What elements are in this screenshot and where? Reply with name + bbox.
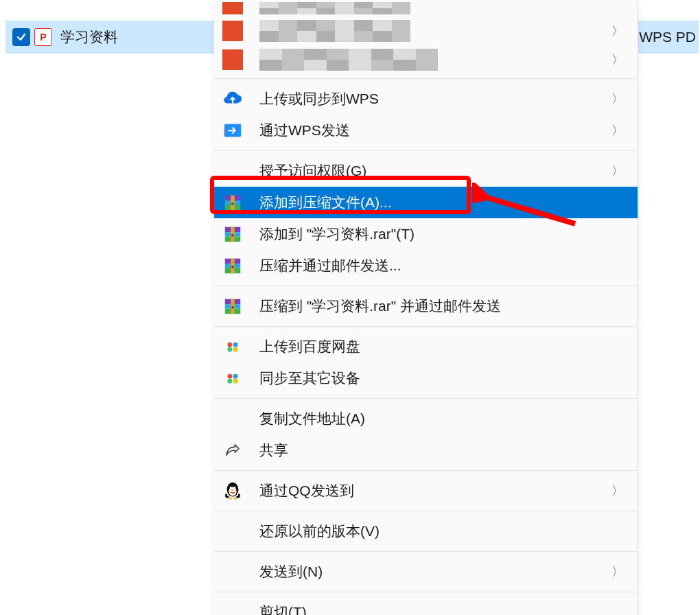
svg-point-22	[233, 343, 238, 347]
svg-point-23	[227, 347, 232, 352]
menu-item-label: 通过WPS发送	[259, 121, 611, 140]
separator	[214, 326, 638, 327]
svg-point-21	[227, 343, 232, 347]
menu-item-qq-send[interactable]: 通过QQ发送到〉	[214, 475, 638, 507]
chevron-right-icon: 〉	[611, 51, 624, 68]
svg-point-24	[233, 347, 238, 352]
blurred-menu-item[interactable]	[214, 0, 638, 16]
winrar-icon	[222, 224, 243, 244]
svg-point-28	[233, 379, 238, 384]
arrow-folder-icon	[222, 120, 243, 141]
menu-item-baidu-sync[interactable]: 同步至其它设备	[214, 362, 638, 394]
svg-point-10	[231, 234, 234, 237]
baidu-icon	[222, 336, 243, 357]
svg-point-35	[233, 498, 237, 500]
svg-point-20	[231, 306, 234, 309]
context-menu: 〉 〉 上传或同步到WPS〉通过WPS发送〉授予访问权限(G)〉添加到压缩文件(…	[214, 0, 638, 615]
chevron-right-icon: 〉	[611, 122, 624, 139]
svg-point-33	[231, 489, 235, 491]
share-icon	[222, 440, 243, 461]
chevron-right-icon: 〉	[611, 91, 624, 107]
no-icon	[222, 408, 243, 429]
svg-point-34	[228, 498, 232, 500]
chevron-right-icon: 〉	[611, 483, 624, 499]
menu-item-label: 剪切(T)	[259, 603, 624, 615]
menu-item-send-to[interactable]: 发送到(N)〉	[214, 556, 638, 588]
no-icon	[222, 602, 243, 615]
winrar-icon	[222, 192, 243, 213]
baidu-icon	[222, 368, 243, 388]
file-type-label: WPS PD	[639, 29, 696, 45]
menu-item-label: 上传到百度网盘	[259, 337, 624, 356]
blurred-menu-item[interactable]: 〉	[214, 45, 638, 74]
menu-item-label: 同步至其它设备	[259, 369, 624, 388]
winrar-icon	[222, 255, 243, 276]
no-icon	[222, 561, 243, 582]
svg-point-25	[227, 374, 232, 379]
menu-item-label: 添加到压缩文件(A)...	[259, 193, 624, 212]
file-name: 学习资料	[60, 27, 118, 47]
chevron-right-icon: 〉	[611, 564, 624, 580]
separator	[214, 511, 638, 511]
menu-item-label: 压缩到 "学习资料.rar" 并通过邮件发送	[259, 297, 624, 316]
menu-item-compress-mail[interactable]: 压缩并通过邮件发送...	[214, 250, 638, 281]
svg-point-26	[233, 374, 238, 379]
separator	[214, 592, 638, 592]
svg-point-27	[227, 379, 232, 384]
menu-item-wps-upload[interactable]: 上传或同步到WPS〉	[214, 83, 638, 115]
menu-item-label: 授予访问权限(G)	[259, 161, 611, 181]
menu-item-compress-to-rar-mail[interactable]: 压缩到 "学习资料.rar" 并通过邮件发送	[214, 290, 638, 322]
svg-point-5	[231, 202, 234, 205]
menu-item-restore-ver[interactable]: 还原以前的版本(V)	[214, 515, 638, 547]
menu-item-wps-send[interactable]: 通过WPS发送〉	[214, 115, 638, 146]
menu-item-label: 复制文件地址(A)	[259, 409, 624, 428]
no-icon	[222, 521, 243, 542]
chevron-right-icon: 〉	[611, 23, 624, 39]
no-icon	[222, 161, 243, 181]
menu-item-grant-access[interactable]: 授予访问权限(G)〉	[214, 155, 638, 187]
separator	[214, 78, 638, 79]
menu-item-add-rar[interactable]: 添加到 "学习资料.rar"(T)	[214, 218, 638, 250]
checkbox-icon[interactable]	[12, 28, 30, 46]
menu-item-label: 添加到 "学习资料.rar"(T)	[259, 224, 624, 244]
menu-item-cut[interactable]: 剪切(T)	[214, 596, 638, 615]
chevron-right-icon: 〉	[611, 163, 624, 179]
separator	[214, 398, 638, 399]
menu-item-share[interactable]: 共享	[214, 434, 638, 466]
winrar-icon	[222, 296, 243, 316]
cloud-upload-icon	[222, 89, 243, 109]
menu-item-baidu-upload[interactable]: 上传到百度网盘	[214, 331, 638, 362]
svg-point-32	[233, 487, 235, 489]
menu-item-label: 发送到(N)	[259, 562, 611, 581]
separator	[214, 551, 638, 552]
separator	[214, 286, 638, 286]
svg-point-15	[231, 266, 234, 268]
svg-point-30	[229, 487, 236, 496]
menu-item-copy-path[interactable]: 复制文件地址(A)	[214, 403, 638, 434]
menu-item-label: 还原以前的版本(V)	[259, 522, 624, 541]
menu-item-add-archive[interactable]: 添加到压缩文件(A)...	[214, 187, 638, 218]
svg-point-31	[230, 487, 232, 489]
blurred-menu-item[interactable]: 〉	[214, 16, 638, 45]
qq-icon	[222, 480, 243, 501]
menu-item-label: 通过QQ发送到	[259, 481, 611, 500]
separator	[214, 470, 638, 471]
separator	[214, 150, 638, 151]
menu-item-label: 上传或同步到WPS	[259, 89, 611, 108]
menu-item-label: 压缩并通过邮件发送...	[259, 256, 624, 275]
menu-item-label: 共享	[259, 441, 624, 460]
pdf-file-icon: P	[34, 28, 52, 46]
